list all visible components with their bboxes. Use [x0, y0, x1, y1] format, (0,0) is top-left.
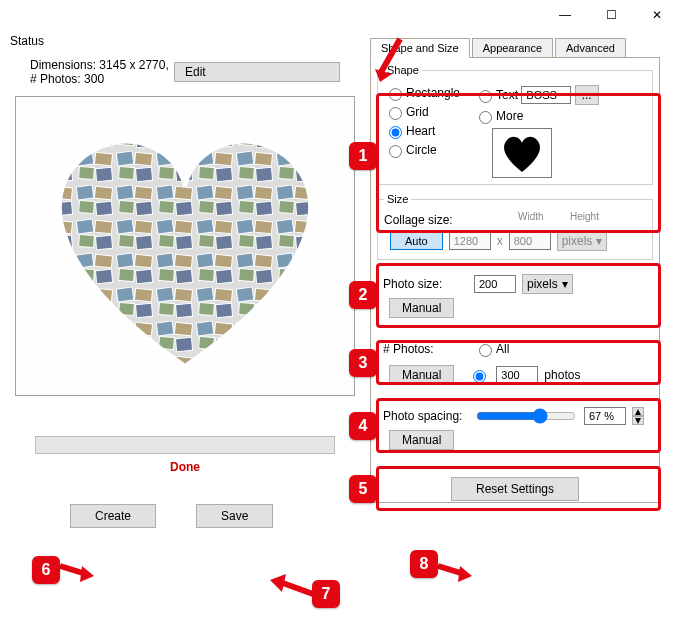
collage-width-input[interactable] [449, 232, 491, 250]
reset-settings-button[interactable]: Reset Settings [451, 477, 579, 501]
arrow-7 [268, 572, 318, 602]
photo-size-units[interactable]: pixels ▾ [522, 274, 573, 294]
callout-7: 7 [312, 580, 340, 608]
radio-heart[interactable]: Heart [384, 123, 474, 139]
chevron-down-icon: ▾ [562, 277, 568, 291]
photo-size-input[interactable] [474, 275, 516, 293]
status-label: Status [10, 30, 360, 52]
size-legend: Size [384, 193, 411, 205]
radio-all-photos[interactable]: All [474, 341, 509, 357]
minimize-button[interactable]: — [542, 0, 588, 30]
callout-8: 8 [410, 550, 438, 578]
heart-icon [500, 134, 544, 172]
photo-size-group: Photo size: pixels ▾ Manual [377, 268, 653, 324]
callout-2: 2 [349, 281, 377, 309]
tab-appearance[interactable]: Appearance [472, 38, 553, 58]
callout-5: 5 [349, 475, 377, 503]
progress-bar [35, 436, 335, 454]
chevron-down-icon: ▾ [596, 234, 602, 248]
arrow-6 [58, 558, 98, 583]
num-photos-input[interactable] [496, 366, 538, 384]
photo-size-mode[interactable]: Manual [389, 298, 454, 318]
heart-collage-image [35, 116, 335, 376]
callout-3: 3 [349, 349, 377, 377]
callout-6: 6 [32, 556, 60, 584]
height-label: Height [570, 211, 599, 222]
size-group: Size Collage size: Width Height Auto x p… [377, 193, 653, 260]
collage-size-label: Collage size: [384, 213, 469, 227]
radio-circle[interactable]: Circle [384, 142, 474, 158]
num-photos-suffix: photos [544, 368, 580, 382]
radio-grid[interactable]: Grid [384, 104, 474, 120]
shape-text-input[interactable] [521, 86, 571, 104]
collage-height-input[interactable] [509, 232, 551, 250]
shape-preview-icon [492, 128, 552, 178]
spacing-spinner-down[interactable]: ▾ [632, 416, 644, 425]
spacing-group: Photo spacing: ▴ ▾ Manual [377, 400, 653, 456]
create-button[interactable]: Create [70, 504, 156, 528]
spacing-mode[interactable]: Manual [389, 430, 454, 450]
callout-1: 1 [349, 142, 377, 170]
dimensions-text: Dimensions: 3145 x 2770, # Photos: 300 [30, 58, 174, 86]
radio-text[interactable]: Text [474, 87, 518, 103]
spacing-value[interactable] [584, 407, 626, 425]
close-button[interactable]: ✕ [634, 0, 680, 30]
collage-units-dropdown[interactable]: pixels ▾ [557, 231, 608, 251]
radio-count-photos[interactable] [468, 367, 490, 383]
edit-button[interactable]: Edit [174, 62, 340, 82]
collage-size-auto[interactable]: Auto [390, 232, 443, 250]
callout-4: 4 [349, 412, 377, 440]
arrow-to-tab [370, 34, 420, 84]
num-photos-mode[interactable]: Manual [389, 365, 454, 385]
shape-text-browse[interactable]: ... [575, 85, 599, 105]
spacing-slider[interactable] [476, 408, 576, 424]
num-photos-label: # Photos: [383, 342, 468, 356]
num-photos-group: # Photos: All Manual photos [377, 332, 653, 392]
radio-rectangle[interactable]: Rectangle [384, 85, 474, 101]
arrow-8 [436, 558, 476, 583]
save-button[interactable]: Save [196, 504, 273, 528]
tab-advanced[interactable]: Advanced [555, 38, 626, 58]
maximize-button[interactable]: ☐ [588, 0, 634, 30]
window-titlebar: — ☐ ✕ [0, 0, 680, 30]
size-x: x [497, 234, 503, 248]
spacing-label: Photo spacing: [383, 409, 468, 423]
width-label: Width [518, 211, 544, 222]
status-done: Done [10, 460, 360, 474]
photo-size-label: Photo size: [383, 277, 468, 291]
collage-preview [15, 96, 355, 396]
radio-more[interactable]: More [474, 108, 646, 124]
